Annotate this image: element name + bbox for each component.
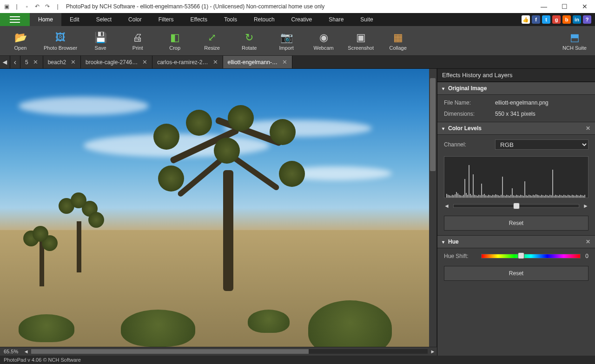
help-icon[interactable]: ? [583, 15, 591, 24]
menu-tools[interactable]: Tools [216, 13, 245, 26]
menu-effects[interactable]: Effects [182, 13, 215, 26]
workspace: 65.5% ◄ ► Effects History and Layers ▾ O… [0, 69, 595, 356]
levels-slider[interactable]: ◄ ► [444, 203, 588, 209]
tab-scroll-left-2[interactable]: ‹ [10, 56, 20, 68]
screenshot-label: Screenshot [348, 45, 374, 51]
maximize-button[interactable]: ☐ [554, 0, 575, 13]
window-title: PhotoPad by NCH Software - elliott-engel… [64, 3, 534, 10]
levels-reset-button[interactable]: Reset [444, 216, 588, 231]
open-icon: 📂 [13, 31, 28, 44]
menu-home[interactable]: Home [30, 13, 61, 26]
save-button[interactable]: 💾Save [82, 29, 119, 53]
chevron-down-icon: ▾ [442, 86, 444, 91]
tree-main [158, 114, 298, 291]
menu-suite[interactable]: Suite [352, 13, 381, 26]
tab-close-icon[interactable]: ✕ [71, 59, 76, 66]
tab-scroll-left[interactable]: ◄ [0, 56, 10, 68]
section-hue-header[interactable]: ▾ Hue ✕ [437, 235, 595, 248]
menu-color[interactable]: Color [120, 13, 150, 26]
tab-close-icon[interactable]: ✕ [33, 59, 38, 66]
save-label: Save [95, 45, 106, 51]
canvas-viewport[interactable] [0, 69, 437, 347]
app-icon: ▣ [3, 3, 10, 10]
facebook-icon[interactable]: f [532, 15, 540, 24]
statusbar: PhotoPad v 4.06 © NCH Software [0, 356, 595, 364]
document-tab-2[interactable]: brooke-cagle-2746…✕ [81, 56, 152, 68]
qat-new-icon[interactable]: ▫ [23, 3, 31, 10]
side-panel-title: Effects History and Layers [437, 69, 595, 82]
document-tab-1[interactable]: beach2✕ [43, 56, 81, 68]
document-tab-3[interactable]: carlos-e-ramirez-2…✕ [152, 56, 223, 68]
ribbon-toolbar: 📂Open🖼Photo Browser💾Save🖨Print◧Crop⤢Resi… [0, 26, 595, 56]
qat-undo-icon[interactable]: ↶ [33, 3, 41, 10]
linkedin-icon[interactable]: in [573, 15, 581, 24]
tab-label: 5 [25, 59, 28, 66]
side-panel: Effects History and Layers ▾ Original Im… [437, 69, 595, 356]
tab-label: elliott-engelmann-… [228, 59, 278, 66]
tab-close-icon[interactable]: ✕ [142, 59, 147, 66]
qat-sep: | [13, 3, 20, 10]
menu-select[interactable]: Select [88, 13, 120, 26]
menu-edit[interactable]: Edit [61, 13, 88, 26]
hue-slider[interactable] [481, 254, 581, 258]
collage-button[interactable]: ▦Collage [379, 29, 416, 53]
resize-button[interactable]: ⤢Resize [193, 29, 231, 53]
hscroll-track[interactable] [31, 349, 428, 354]
tab-close-icon[interactable]: ✕ [282, 59, 287, 66]
chevron-down-icon: ▾ [442, 126, 444, 131]
save-icon: 💾 [93, 31, 108, 44]
import-icon: 📷 [279, 31, 294, 44]
section-hue-title: Hue [448, 238, 459, 245]
twitter-icon[interactable]: t [542, 15, 550, 24]
chevron-down-icon: ▾ [442, 239, 444, 245]
minimize-button[interactable]: — [534, 0, 554, 13]
nch-suite-button[interactable]: ⬒NCH Suite [556, 29, 593, 53]
thumbs-up-icon[interactable]: 👍 [522, 15, 530, 24]
tab-close-icon[interactable]: ✕ [213, 59, 218, 66]
section-levels-title: Color Levels [448, 125, 482, 132]
hue-reset-button[interactable]: Reset [444, 266, 588, 281]
vertical-scrollbar[interactable] [429, 69, 436, 347]
menu-creative[interactable]: Creative [283, 13, 321, 26]
section-original-body: File Name: elliott-engelmann.png Dimensi… [437, 95, 595, 122]
blogger-icon[interactable]: b [562, 15, 571, 24]
googleplus-icon[interactable]: g [552, 15, 561, 24]
qat-redo-icon[interactable]: ↷ [44, 3, 51, 10]
document-tab-4[interactable]: elliott-engelmann-…✕ [223, 56, 292, 68]
import-label: Import [279, 45, 294, 51]
nch-suite-icon: ⬒ [567, 31, 582, 44]
dimensions-label: Dimensions: [444, 111, 495, 117]
file-name-value: elliott-engelmann.png [495, 99, 549, 106]
status-text: PhotoPad v 4.06 © NCH Software [4, 357, 81, 363]
channel-select[interactable]: RGB [495, 139, 588, 150]
tab-label: beach2 [48, 59, 66, 66]
screenshot-button[interactable]: ▣Screenshot [342, 29, 379, 53]
crop-icon: ◧ [167, 31, 182, 44]
section-levels-header[interactable]: ▾ Color Levels ✕ [437, 122, 595, 135]
horizontal-scrollbar[interactable]: 65.5% ◄ ► [0, 347, 437, 356]
rotate-button[interactable]: ↻Rotate [231, 29, 268, 53]
webcam-button[interactable]: ◉Webcam [305, 29, 342, 53]
open-button[interactable]: 📂Open [2, 29, 39, 53]
hue-value-stepper[interactable]: 0 [585, 253, 588, 259]
menu-filters[interactable]: Filters [150, 13, 182, 26]
import-button[interactable]: 📷Import [268, 29, 305, 53]
crop-button[interactable]: ◧Crop [156, 29, 193, 53]
app-menu-button[interactable] [0, 13, 30, 26]
file-name-label: File Name: [444, 99, 495, 106]
menu-retouch[interactable]: Retouch [245, 13, 283, 26]
histogram [444, 156, 588, 198]
collage-icon: ▦ [390, 31, 405, 44]
document-tabs: ◄ ‹ 5✕beach2✕brooke-cagle-2746…✕carlos-e… [0, 56, 595, 69]
section-close-icon[interactable]: ✕ [586, 238, 590, 245]
menu-share[interactable]: Share [320, 13, 352, 26]
section-original-header[interactable]: ▾ Original Image [437, 82, 595, 95]
scroll-right-icon[interactable]: ► [429, 349, 437, 354]
section-close-icon[interactable]: ✕ [586, 125, 590, 132]
zoom-level[interactable]: 65.5% [0, 349, 22, 354]
close-button[interactable]: ✕ [575, 0, 595, 13]
photo-browser-button[interactable]: 🖼Photo Browser [39, 29, 82, 53]
document-tab-0[interactable]: 5✕ [20, 56, 43, 68]
scroll-left-icon[interactable]: ◄ [22, 349, 30, 354]
print-button[interactable]: 🖨Print [119, 29, 156, 53]
